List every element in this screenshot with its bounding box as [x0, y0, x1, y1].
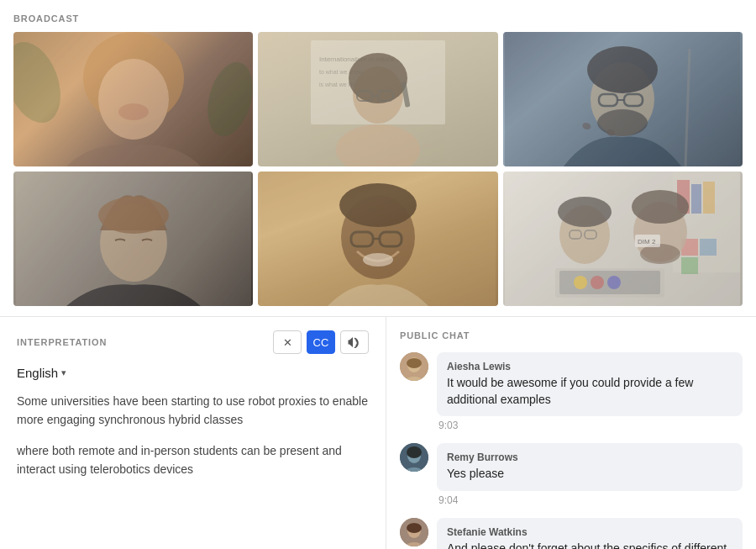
svg-point-31	[339, 183, 417, 227]
avatar-3	[400, 518, 428, 546]
chat-messages: Aiesha Lewis It would be awesome if you …	[400, 352, 743, 549]
svg-rect-42	[700, 239, 717, 256]
interpretation-header: INTERPRETATION ✕ CC	[17, 330, 369, 354]
svg-point-28	[98, 197, 169, 234]
chat-message-1: Aiesha Lewis It would be awesome if you …	[400, 352, 743, 431]
message-bubble-3: Stefanie Watkins And please don't forget…	[437, 518, 743, 549]
video-grid: Internationalism in educa... to what we …	[13, 32, 743, 306]
message-bubble-1: Aiesha Lewis It would be awesome if you …	[437, 352, 743, 416]
svg-point-45	[558, 197, 612, 227]
language-label: English	[17, 366, 58, 380]
bottom-section: INTERPRETATION ✕ CC English ▾ Some unive…	[0, 317, 756, 549]
avatar-image-1	[400, 352, 428, 381]
video-cell-2: Internationalism in educa... to what we …	[258, 32, 497, 166]
chat-message-3: Stefanie Watkins And please don't forget…	[400, 518, 743, 549]
chat-panel: PUBLIC CHAT Aiesha Lewis It would be awe…	[386, 317, 756, 549]
audio-button[interactable]	[340, 330, 369, 354]
message-content-1: Aiesha Lewis It would be awesome if you …	[437, 352, 743, 431]
avatar-image-3	[400, 518, 428, 546]
sender-name-2: Remy Burrows	[447, 451, 732, 463]
chat-title: PUBLIC CHAT	[400, 330, 743, 340]
svg-point-55	[607, 276, 621, 289]
message-text-3: And please don't forget about the specif…	[447, 541, 732, 549]
language-selector[interactable]: English ▾	[17, 366, 369, 380]
svg-point-1	[98, 59, 169, 140]
interpretation-title: INTERPRETATION	[17, 337, 107, 347]
avatar-1	[400, 352, 428, 381]
avatar-2	[400, 443, 428, 472]
interpretation-controls: ✕ CC	[273, 330, 369, 354]
svg-text:DIM 2: DIM 2	[638, 238, 656, 245]
svg-point-2	[118, 103, 149, 120]
speaker-icon	[348, 336, 361, 348]
message-text-1: It would be awesome if you could provide…	[447, 375, 732, 408]
svg-point-63	[407, 446, 422, 458]
transcript-text: Some universities have been starting to …	[17, 392, 369, 479]
video-cell-5	[258, 172, 497, 306]
broadcast-section: BROADCAST Interna	[0, 0, 756, 317]
close-button[interactable]: ✕	[273, 330, 302, 354]
svg-point-4	[200, 57, 253, 141]
avatar-image-2	[400, 443, 428, 472]
svg-point-53	[574, 276, 587, 289]
svg-rect-43	[681, 257, 698, 274]
message-time-2: 9:04	[437, 494, 743, 506]
svg-rect-40	[703, 182, 715, 214]
svg-rect-39	[691, 184, 701, 214]
broadcast-label: BROADCAST	[13, 13, 743, 24]
svg-point-49	[632, 190, 689, 224]
svg-point-3	[13, 34, 71, 130]
video-cell-1	[13, 32, 253, 166]
svg-point-32	[363, 253, 393, 267]
message-content-3: Stefanie Watkins And please don't forget…	[437, 518, 743, 549]
interpretation-panel: INTERPRETATION ✕ CC English ▾ Some unive…	[0, 317, 386, 549]
cc-button[interactable]: CC	[307, 330, 335, 354]
svg-point-66	[407, 523, 422, 533]
video-cell-4	[13, 172, 253, 306]
chevron-down-icon: ▾	[61, 367, 66, 378]
sender-name-3: Stefanie Watkins	[447, 526, 732, 538]
svg-point-19	[597, 109, 648, 136]
svg-point-18	[587, 46, 658, 93]
message-text-2: Yes please	[447, 466, 732, 483]
sender-name-1: Aiesha Lewis	[447, 361, 732, 372]
transcript-line-2: where both remote and in-person students…	[17, 441, 369, 479]
message-content-2: Remy Burrows Yes please 9:04	[437, 443, 743, 506]
video-cell-6: DIM 2	[503, 172, 743, 306]
svg-point-54	[591, 276, 604, 289]
message-bubble-2: Remy Burrows Yes please	[437, 443, 743, 491]
message-time-1: 9:03	[437, 420, 743, 431]
chat-message-2: Remy Burrows Yes please 9:04	[400, 443, 743, 506]
transcript-line-1: Some universities have been starting to …	[17, 392, 369, 430]
video-cell-3	[503, 32, 743, 166]
svg-point-60	[407, 358, 422, 368]
svg-point-15	[336, 124, 420, 166]
